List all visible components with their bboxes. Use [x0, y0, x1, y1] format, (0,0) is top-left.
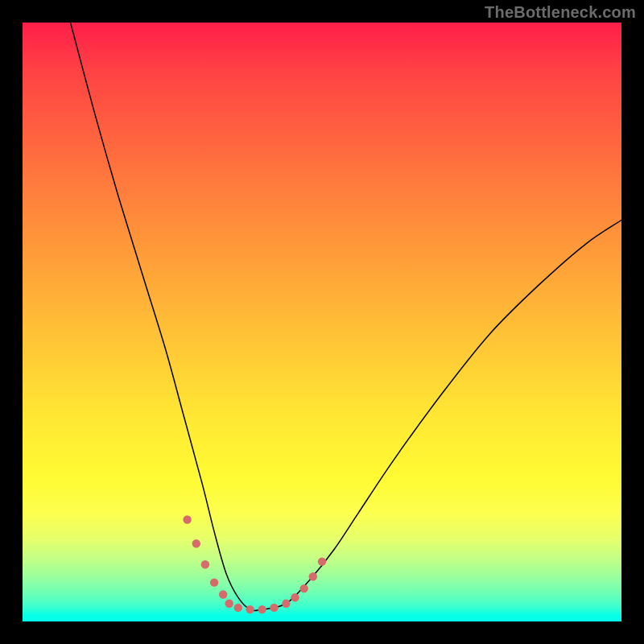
- highlight-dot: [291, 593, 299, 601]
- highlight-dot: [309, 572, 317, 580]
- highlight-dot: [318, 557, 326, 565]
- highlight-dot: [210, 578, 218, 586]
- highlight-dots: [183, 515, 326, 613]
- highlight-dot: [234, 604, 242, 612]
- highlight-dot: [246, 605, 254, 613]
- highlight-dot: [219, 590, 227, 598]
- highlight-dot: [300, 584, 308, 592]
- chart-area: [23, 23, 621, 621]
- bottleneck-chart-svg: [23, 23, 621, 621]
- highlight-dot: [270, 604, 278, 612]
- attribution-text: TheBottleneck.com: [485, 3, 636, 22]
- highlight-dot: [225, 600, 233, 608]
- highlight-dot: [258, 605, 266, 613]
- highlight-dot: [192, 539, 200, 547]
- highlight-dot: [201, 560, 209, 568]
- bottleneck-curve: [71, 23, 622, 611]
- highlight-dot: [183, 515, 191, 523]
- highlight-dot: [282, 600, 290, 608]
